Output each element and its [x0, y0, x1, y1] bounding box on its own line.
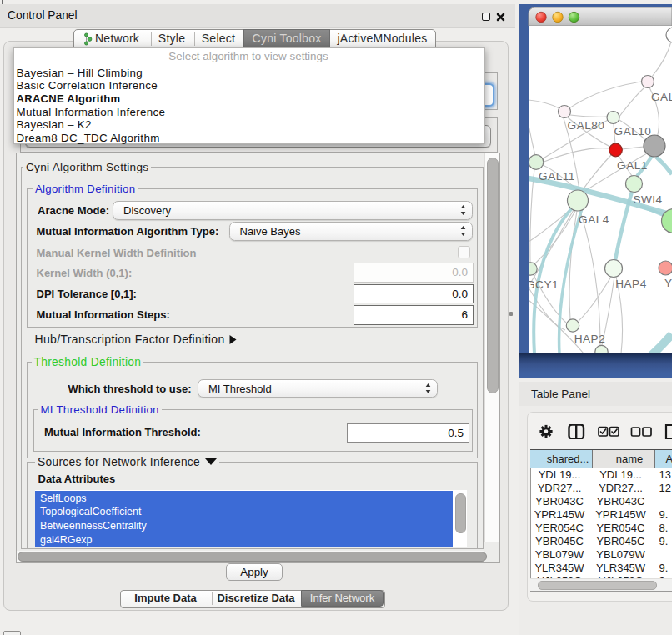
svg-text:HAP4: HAP4: [615, 278, 647, 290]
svg-text:GAL4: GAL4: [579, 213, 609, 226]
svg-text:GCY1: GCY1: [526, 278, 559, 291]
svg-text:GAL1: GAL1: [617, 159, 648, 172]
svg-text:HAP2: HAP2: [574, 332, 606, 345]
svg-text:YJ: YJ: [664, 277, 672, 289]
svg-text:SWI4: SWI4: [633, 193, 662, 206]
svg-text:GAL80: GAL80: [568, 119, 605, 132]
svg-text:GAL7: GAL7: [651, 91, 672, 103]
svg-text:GAL10: GAL10: [614, 125, 652, 138]
svg-text:GAL11: GAL11: [539, 170, 575, 182]
